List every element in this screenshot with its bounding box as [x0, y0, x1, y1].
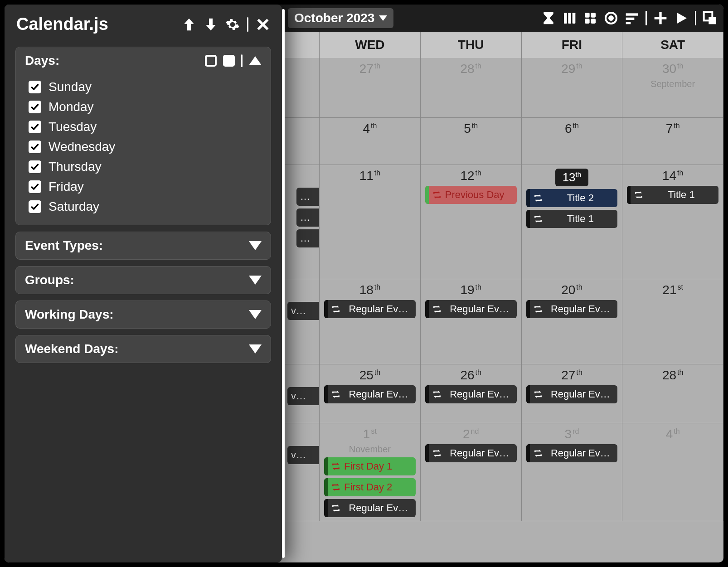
event-color-stripe: [526, 385, 530, 403]
calendar-cell[interactable]: 1stNovember First Day 1 First Day 2 Regu…: [320, 423, 421, 521]
calendar-event[interactable]: Regular Ev…: [324, 499, 416, 517]
calendar-cell[interactable]: 7th: [622, 118, 723, 165]
list-icon[interactable]: [625, 11, 639, 25]
calendar-cell[interactable]: 19th Regular Ev…: [421, 279, 522, 364]
collapse-icon[interactable]: [249, 56, 262, 65]
calendar-cell[interactable]: 27th: [320, 58, 421, 118]
calendar-event[interactable]: Title 2: [526, 189, 618, 207]
calendar-event[interactable]: Regular Ev…: [324, 300, 416, 318]
checkbox-icon[interactable]: [29, 200, 41, 213]
calendar-cell[interactable]: 28th: [622, 364, 723, 423]
plus-icon[interactable]: [653, 11, 668, 25]
event-color-stripe: [324, 385, 328, 403]
day-option-label: Tuesday: [49, 120, 97, 134]
svg-rect-0: [564, 13, 567, 24]
event-color-stripe: [324, 300, 328, 318]
repeat-icon: [432, 449, 442, 458]
event-label: Regular Ev…: [546, 388, 618, 400]
arrow-down-icon[interactable]: [204, 17, 218, 32]
calendar-event[interactable]: First Day 1: [324, 457, 416, 475]
checkbox-icon[interactable]: [29, 101, 41, 113]
checkbox-icon[interactable]: [29, 141, 41, 153]
calendar-cell[interactable]: 11th: [320, 165, 421, 279]
day-option[interactable]: Monday: [29, 97, 262, 117]
event-stub[interactable]: v…: [287, 302, 319, 320]
checkbox-icon[interactable]: [29, 160, 41, 173]
expand-icon[interactable]: [249, 241, 262, 250]
calendar-cell[interactable]: 5th: [421, 118, 522, 165]
day-number: 27th: [324, 62, 416, 76]
day-option[interactable]: Sunday: [29, 77, 262, 97]
section-weekend-days: Weekend Days:: [15, 335, 271, 363]
calendar-cell[interactable]: 14th Title 1: [622, 165, 723, 279]
day-option[interactable]: Saturday: [29, 197, 262, 217]
calendar-cell[interactable]: 29th: [522, 58, 623, 118]
event-stub[interactable]: v…: [287, 446, 319, 464]
event-color-stripe: [324, 457, 328, 475]
gear-icon[interactable]: [225, 17, 240, 32]
expand-icon[interactable]: [249, 344, 262, 354]
calendar-cell[interactable]: 3rd Regular Ev…: [522, 423, 623, 521]
calendar-event[interactable]: Title 1: [627, 186, 718, 204]
section-head[interactable]: Groups:: [16, 267, 271, 294]
calendar-event[interactable]: Previous Day: [425, 186, 517, 204]
play-icon[interactable]: [674, 11, 689, 25]
calendar-event[interactable]: Regular Ev…: [526, 385, 618, 403]
hourglass-icon[interactable]: [541, 11, 556, 25]
section-head[interactable]: Days:: [16, 47, 271, 74]
section-head[interactable]: Working Days:: [16, 301, 271, 328]
calendar-cell[interactable]: 30thSeptember: [622, 58, 723, 118]
calendar-event[interactable]: Regular Ev…: [425, 300, 517, 318]
day-option[interactable]: Thursday: [29, 157, 262, 177]
event-stub[interactable]: …: [296, 229, 319, 247]
expand-icon[interactable]: [249, 276, 262, 285]
calendar-cell[interactable]: 21st: [622, 279, 723, 364]
close-icon[interactable]: [256, 17, 270, 32]
calendar-cell[interactable]: 12th Previous Day: [421, 165, 522, 279]
select-all-icon[interactable]: [223, 55, 235, 67]
day-option[interactable]: Wednesday: [29, 137, 262, 157]
calendar-cell[interactable]: 4th: [622, 423, 723, 521]
fullscreen-icon[interactable]: [703, 11, 717, 25]
day-option[interactable]: Tuesday: [29, 117, 262, 137]
calendar-cell[interactable]: 27th Regular Ev…: [522, 364, 623, 423]
calendar-cell[interactable]: 6th: [522, 118, 623, 165]
event-stub[interactable]: …: [296, 188, 319, 206]
calendar-cell[interactable]: 26th Regular Ev…: [421, 364, 522, 423]
section-head[interactable]: Weekend Days:: [16, 335, 271, 363]
svg-rect-2: [573, 13, 576, 24]
calendar-event[interactable]: Regular Ev…: [526, 444, 618, 462]
calendar-event[interactable]: Regular Ev…: [425, 385, 517, 403]
calendar-event[interactable]: Regular Ev…: [425, 444, 517, 462]
section-head[interactable]: Event Types:: [16, 232, 271, 259]
eye-icon[interactable]: [604, 11, 618, 25]
calendar-cell[interactable]: 13th Title 2 Title 1: [522, 165, 623, 279]
grid-icon[interactable]: [583, 11, 597, 25]
calendar-cell[interactable]: 25th Regular Ev…: [320, 364, 421, 423]
event-stub[interactable]: v…: [287, 387, 319, 405]
calendar-cell[interactable]: 28th: [421, 58, 522, 118]
today-badge: 13th: [555, 169, 588, 186]
calendar-event[interactable]: Title 1: [526, 210, 618, 228]
calendar-cell[interactable]: 2nd Regular Ev…: [421, 423, 522, 521]
month-selector[interactable]: October 2023: [288, 8, 393, 28]
expand-icon[interactable]: [249, 310, 262, 319]
calendar-event[interactable]: First Day 2: [324, 478, 416, 496]
columns-icon[interactable]: [562, 11, 577, 25]
calendar-cell[interactable]: 18th Regular Ev…: [320, 279, 421, 364]
checkbox-icon[interactable]: [29, 121, 41, 133]
calendar-event[interactable]: Regular Ev…: [324, 385, 416, 403]
day-option-label: Sunday: [49, 80, 92, 94]
event-stub[interactable]: …: [296, 208, 319, 227]
day-number: 25th: [324, 368, 416, 383]
calendar-event[interactable]: Regular Ev…: [526, 300, 618, 318]
checkbox-icon[interactable]: [29, 81, 41, 93]
calendar-cell[interactable]: 4th: [320, 118, 421, 165]
section-title: Working Days:: [25, 307, 249, 322]
event-color-stripe: [425, 186, 429, 204]
calendar-cell[interactable]: 20th Regular Ev…: [522, 279, 623, 364]
select-none-icon[interactable]: [205, 55, 217, 67]
arrow-up-icon[interactable]: [182, 17, 196, 32]
day-option[interactable]: Friday: [29, 177, 262, 197]
checkbox-icon[interactable]: [29, 180, 41, 193]
